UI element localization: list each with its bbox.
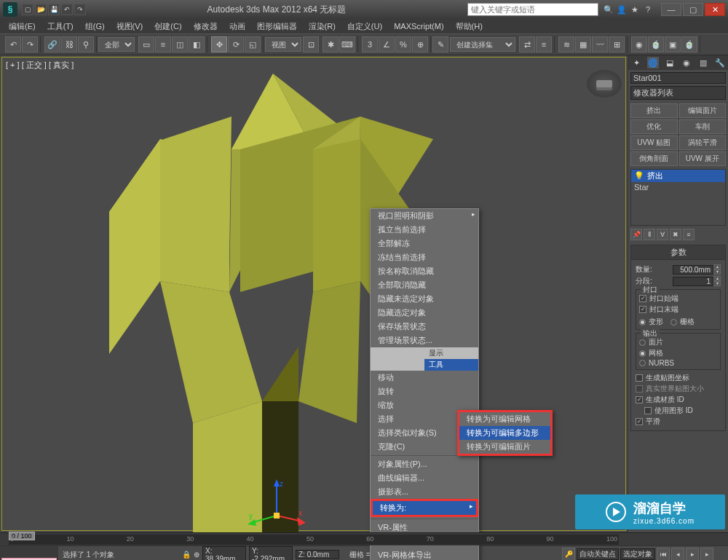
menu-modifiers[interactable]: 修改器 (188, 20, 223, 33)
useshape-check[interactable] (644, 407, 652, 414)
smooth-check[interactable]: ✓ (636, 418, 643, 425)
ctx-unhide-all[interactable]: 全部取消隐藏 (371, 278, 478, 292)
selection-filter-select[interactable]: 全部 (98, 37, 135, 52)
snap-toggle-icon[interactable]: 3 (362, 36, 378, 52)
menu-tools[interactable]: 工具(T) (41, 20, 79, 33)
stack-extrude[interactable]: 💡挤出 (631, 170, 725, 182)
out-patch-radio[interactable] (639, 339, 646, 346)
key-icon[interactable]: 🔑 (562, 548, 575, 560)
timeline[interactable]: 0 / 100 0102030405060708090100 (0, 532, 728, 545)
prev-frame-icon[interactable]: ◂ (671, 548, 684, 560)
rotate-icon[interactable]: ⟳ (228, 36, 244, 52)
link-icon[interactable]: 🔗 (44, 36, 60, 52)
amount-up[interactable]: ▴ (713, 264, 721, 269)
menu-help[interactable]: 帮助(H) (450, 20, 488, 33)
cap-start-check[interactable]: ✓ (639, 295, 646, 302)
btn-extrude[interactable]: 挤出 (630, 103, 678, 118)
qat-redo-icon[interactable]: ↷ (74, 4, 86, 15)
signin-icon[interactable]: 👤 (616, 4, 628, 15)
edit-sel-set-icon[interactable]: ✎ (432, 36, 448, 52)
axis-gizmo[interactable]: z y x (248, 479, 306, 530)
menu-create[interactable]: 创建(C) (149, 20, 187, 33)
scale-icon[interactable]: ◱ (245, 36, 261, 52)
goto-start-icon[interactable]: ⏮ (657, 548, 670, 560)
curve-editor-icon[interactable]: 〰 (592, 36, 608, 52)
convert-editpoly[interactable]: 转换为可编辑多边形 (459, 426, 550, 440)
btn-lathe[interactable]: 车削 (679, 119, 727, 134)
genmat-check[interactable]: ✓ (636, 396, 643, 403)
ctx-unfreeze-all[interactable]: 全部解冻 (371, 237, 478, 251)
stack-remove-icon[interactable]: ✖ (670, 229, 681, 240)
manipulate-icon[interactable]: ✱ (323, 36, 339, 52)
z-coord-input[interactable]: Z: 0.0mm (296, 550, 339, 559)
out-nurbs-radio[interactable] (639, 360, 646, 366)
menu-maxscript[interactable]: MAXScript(M) (388, 20, 449, 32)
move-icon[interactable]: ✥ (211, 36, 227, 52)
tab-create-icon[interactable]: ✦ (630, 57, 642, 68)
angle-snap-icon[interactable]: ∠ (379, 36, 395, 52)
ctx-unhide-name[interactable]: 按名称取消隐藏 (371, 264, 478, 278)
qat-new-icon[interactable]: ▢ (22, 4, 33, 15)
qat-save-icon[interactable]: 💾 (48, 4, 60, 15)
close-button[interactable]: ✕ (705, 3, 725, 16)
ctx-vr-mesh-export[interactable]: VR-网格体导出 (371, 548, 478, 560)
render-icon[interactable]: 🍵 (681, 36, 697, 52)
ctx-save-state[interactable]: 保存场景状态 (371, 320, 478, 334)
btn-optimize[interactable]: 优化 (630, 119, 678, 134)
modifier-stack[interactable]: 💡挤出 Star (630, 169, 726, 226)
modifier-list-select[interactable]: 修改器列表 (630, 86, 726, 100)
play-icon[interactable]: ▸ (686, 548, 699, 560)
minimize-button[interactable]: — (661, 3, 681, 16)
seg-down[interactable]: ▾ (713, 281, 721, 286)
btn-editpatch[interactable]: 编辑面片 (679, 103, 727, 118)
help-icon[interactable]: ? (642, 4, 654, 15)
menu-customize[interactable]: 自定义(U) (341, 20, 388, 33)
rollout-params-header[interactable]: 参数 (631, 245, 725, 260)
stack-pin-icon[interactable]: 📌 (630, 229, 642, 240)
ctx-hide-unsel[interactable]: 隐藏未选定对象 (371, 292, 478, 306)
ctx-convert-to[interactable]: 转换为: (371, 499, 478, 517)
ctx-dope-sheet[interactable]: 摄影表... (371, 485, 478, 499)
ctx-rotate[interactable]: 旋转 (371, 384, 478, 398)
ctx-isolate[interactable]: 孤立当前选择 (371, 223, 478, 237)
stack-unique-icon[interactable]: ∀ (657, 229, 668, 240)
selset-button[interactable]: 选定对象 (620, 548, 655, 560)
amount-input[interactable]: 500.0mm (673, 265, 713, 275)
btn-uvwmap[interactable]: UVW 贴图 (630, 135, 678, 150)
select-icon[interactable]: ▭ (138, 36, 154, 52)
mirror-icon[interactable]: ⇄ (519, 36, 535, 52)
tab-utilities-icon[interactable]: 🔧 (714, 57, 726, 68)
convert-editmesh[interactable]: 转换为可编辑网格 (459, 412, 550, 426)
viewport-label[interactable]: [ + ] [ 正交 ] [ 真实 ] (6, 60, 74, 71)
ctx-obj-props[interactable]: 对象属性(P)... (371, 457, 478, 471)
tab-hierarchy-icon[interactable]: ⬓ (664, 57, 676, 68)
select-name-icon[interactable]: ≡ (155, 36, 171, 52)
align-icon[interactable]: ≡ (536, 36, 552, 52)
bind-icon[interactable]: ⚲ (78, 36, 94, 52)
undo-icon[interactable]: ↶ (5, 36, 21, 52)
viewcube-icon[interactable] (587, 70, 622, 98)
morph-radio[interactable] (639, 319, 646, 326)
unlink-icon[interactable]: ⛓ (61, 36, 77, 52)
menu-group[interactable]: 组(G) (79, 20, 111, 33)
seg-up[interactable]: ▴ (713, 276, 721, 281)
realworld-check[interactable] (636, 385, 643, 393)
next-frame-icon[interactable]: ▸ (700, 548, 713, 560)
grid-radio[interactable] (670, 319, 677, 326)
stack-config-icon[interactable]: ≡ (683, 229, 695, 240)
cap-end-check[interactable]: ✓ (639, 306, 646, 313)
keyboard-icon[interactable]: ⌨ (339, 36, 355, 52)
object-name-field[interactable]: Star001 (630, 72, 726, 84)
stack-star[interactable]: Star (631, 182, 725, 192)
region-icon[interactable]: ◫ (172, 36, 188, 52)
ctx-freeze-sel[interactable]: 冻结当前选择 (371, 251, 478, 264)
ctx-manage-state[interactable]: 管理场景状态... (371, 334, 478, 347)
menu-edit[interactable]: 编辑(E) (3, 20, 41, 33)
search-icon[interactable]: 🔍 (603, 4, 614, 15)
menu-animation[interactable]: 动画 (223, 20, 251, 33)
help-search-input[interactable] (467, 3, 598, 16)
render-frame-icon[interactable]: ▣ (665, 36, 681, 52)
qat-undo-icon[interactable]: ↶ (61, 4, 73, 15)
ctx-hide-sel[interactable]: 隐藏选定对象 (371, 306, 478, 320)
window-cross-icon[interactable]: ◧ (189, 36, 205, 52)
